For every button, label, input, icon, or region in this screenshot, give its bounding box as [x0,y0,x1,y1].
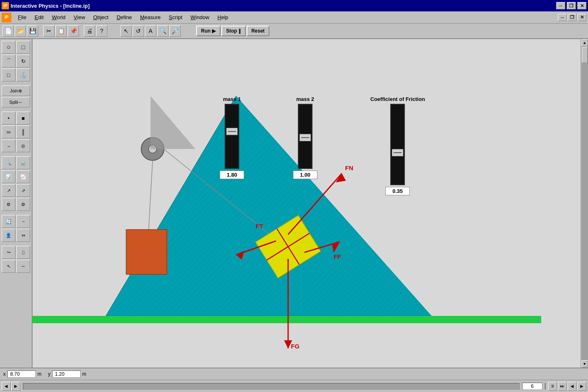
stop-button[interactable]: Stop ‖ [221,26,246,36]
menu-measure[interactable]: Measure [136,13,165,21]
time-scrollbar2[interactable] [545,383,546,390]
lt-row-7: 🔍 🔬 [2,156,30,169]
menu-help[interactable]: Help [213,13,232,21]
restore-button[interactable]: ❒ [567,2,576,9]
canvas-area[interactable]: FN FT FF FG mass 1 1.80 [33,39,581,368]
doc-restore-button[interactable]: ❒ [568,14,577,21]
svg-text:FT: FT [256,223,263,230]
menu-win-buttons: ─ ❒ ✕ [558,14,586,21]
reset-button[interactable]: Reset [247,26,270,36]
step-forward-button[interactable]: ⏭ [558,382,567,391]
select-tool[interactable]: ↖ [120,25,132,37]
open-button[interactable]: 📂 [15,25,26,37]
zoom-in-button[interactable]: 🔍 [157,25,168,37]
scroll-thumb[interactable] [582,47,588,63]
mass1-track[interactable] [225,104,239,169]
scroll-right-end[interactable]: ▶ [577,382,586,391]
vector1-tool[interactable]: ↗ [2,184,15,197]
measure1-tool[interactable]: 🔍 [2,156,15,169]
graph2-tool[interactable]: 📈 [16,170,30,183]
svg-rect-0 [33,39,581,368]
menu-window[interactable]: Window [186,13,213,21]
gear2-tool[interactable]: ⚙ [16,198,30,211]
circle-tool[interactable]: ○ [2,41,15,54]
rotate-tool[interactable]: 🔄 [2,215,15,228]
dash-tool[interactable]: ─ [16,260,30,273]
mass1-thumb[interactable] [226,128,238,135]
spring-tool[interactable]: ⌣ [2,139,15,152]
main-layout: ○ □ ⌒ ↻ □ ⚓ Join⊕ Split↔ • ■ ═ ║ ⌣ ◎ [0,39,588,368]
graph1-tool[interactable]: 📊 [2,170,15,183]
time-scrollbar[interactable] [23,383,520,390]
doc-minimize-button[interactable]: ─ [558,14,567,21]
menu-script[interactable]: Script [165,13,186,21]
help-button[interactable]: ? [96,25,107,37]
lt-row-6: ⌣ ◎ [2,139,30,152]
menu-file[interactable]: File [14,13,31,21]
copy-button[interactable]: 📋 [55,25,67,37]
line-h-tool[interactable]: ═ [2,125,15,138]
x-unit: m [37,371,42,377]
step-back-button[interactable]: ◀ [2,382,11,391]
menu-edit[interactable]: Edit [31,13,48,21]
text-tool[interactable]: A [145,25,156,37]
split-button[interactable]: Split↔ [2,97,30,107]
svg-marker-10 [151,96,195,149]
arc-tool[interactable]: ↻ [16,55,30,68]
friction-track[interactable] [390,104,405,185]
run-button[interactable]: Run ▶ [196,26,221,36]
mass2-slider[interactable]: mass 2 1.00 [293,96,317,179]
menu-app-icon: IP [2,13,11,22]
cursor-tool[interactable]: ↖ [2,260,15,273]
mass2-thumb[interactable] [299,134,311,141]
zoom-out-button[interactable]: 🔎 [169,25,181,37]
right-scrollbar[interactable]: ▲ ▼ [581,39,588,368]
svg-line-14 [288,173,342,234]
play-button[interactable]: ▶ [11,382,20,391]
constraint-tool[interactable]: □ [2,68,15,81]
rewind-button[interactable]: ◀ [568,382,577,391]
svg-marker-18 [236,251,244,260]
rect-tool[interactable]: □ [16,41,30,54]
paste-button[interactable]: 📌 [68,25,79,37]
vector2-tool[interactable]: ⇗ [16,184,30,197]
measure2-tool[interactable]: 🔬 [16,156,30,169]
tick-tool[interactable]: ⌷ [16,246,30,259]
gear1-tool[interactable]: ⚙ [2,198,15,211]
undo-button[interactable]: ↺ [133,25,144,37]
cut-button[interactable]: ✂ [43,25,55,37]
mass1-slider[interactable]: mass 1 1.80 [220,96,244,179]
pulley-tool[interactable]: ◎ [16,139,30,152]
minimize-button[interactable]: ─ [556,2,565,9]
wave-tool[interactable]: 〜 [2,246,15,259]
simulation-controls: Run ▶ Stop ‖ Reset [196,26,269,36]
scroll-track[interactable] [581,46,588,360]
scroll-down-button[interactable]: ▼ [581,360,588,368]
menu-define[interactable]: Define [113,13,136,21]
curve-tool[interactable]: ⌒ [2,55,15,68]
person-tool[interactable]: 👤 [2,229,15,242]
menu-view[interactable]: View [70,13,89,21]
pin-tool[interactable]: ⚓ [16,68,30,81]
mass2-track[interactable] [298,104,313,169]
pause-button[interactable]: ⏸ [548,382,557,391]
scroll-up-button[interactable]: ▲ [581,39,588,46]
arrow-tool[interactable]: → [16,215,30,228]
resize-tool[interactable]: ⇔ [16,229,30,242]
menu-object[interactable]: Object [89,13,113,21]
join-button[interactable]: Join⊕ [2,85,30,96]
print-button[interactable]: 🖨 [84,25,95,37]
lt-row-3: □ ⚓ [2,68,30,81]
dot-tool[interactable]: • [2,112,15,125]
square-tool[interactable]: ■ [16,112,30,125]
new-button[interactable]: 📄 [2,25,14,37]
close-button[interactable]: ✕ [577,2,586,9]
menu-world[interactable]: World [48,13,70,21]
line-v-tool[interactable]: ║ [16,125,30,138]
save-button[interactable]: 💾 [27,25,38,37]
svg-line-7 [146,160,153,267]
friction-thumb[interactable] [392,149,403,156]
friction-slider[interactable]: Coefficient of Friction 0.35 [370,96,425,195]
doc-close-button[interactable]: ✕ [577,14,586,21]
mass1-value: 1.80 [220,171,244,179]
